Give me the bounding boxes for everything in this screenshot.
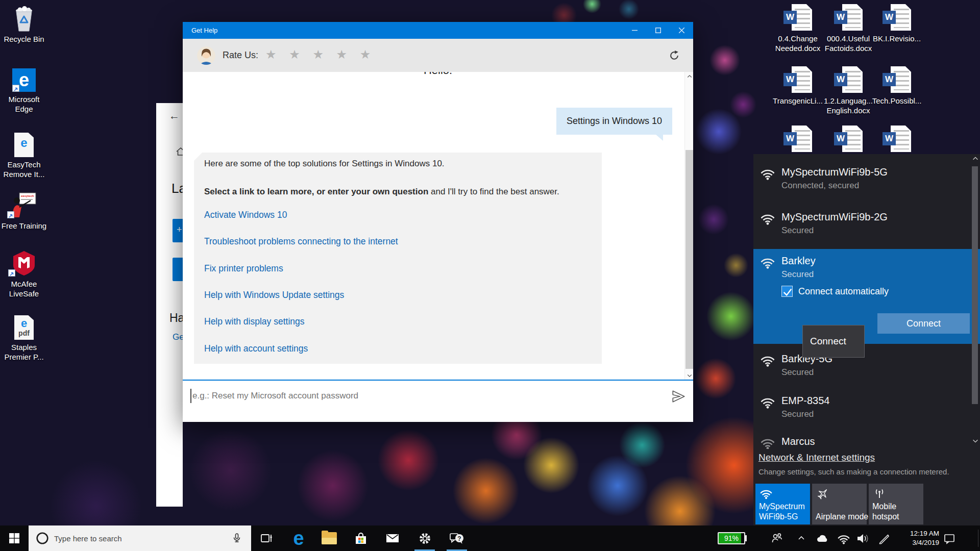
onedrive-cloud-icon[interactable] bbox=[816, 533, 829, 543]
star-rating[interactable]: ★ ★ ★ ★ ★ bbox=[265, 47, 375, 62]
link-troubleshoot-internet[interactable]: Troubleshoot problems connecting to the … bbox=[204, 236, 398, 247]
desktop-doc-hidden-2[interactable]: W bbox=[823, 126, 873, 152]
desktop-icon-staples-premier[interactable]: e pdf StaplesPremier P... bbox=[0, 311, 48, 362]
search-placeholder: Type here to search bbox=[54, 534, 122, 543]
edge-taskbar-button[interactable]: e bbox=[287, 525, 310, 551]
connect-button[interactable]: Connect bbox=[877, 313, 970, 334]
network-item-emp-8354[interactable]: EMP-8354 Secured bbox=[753, 395, 980, 436]
network-item-barkley-selected[interactable]: Barkley Secured Connect automatically Co… bbox=[753, 249, 980, 344]
chat-scrollbar[interactable] bbox=[684, 72, 693, 380]
settings-button[interactable] bbox=[413, 525, 436, 551]
assistant-greeting: Hello! bbox=[183, 72, 693, 77]
network-internet-settings-link[interactable]: Network & Internet settings bbox=[758, 452, 875, 463]
taskbar: Type here to search e bbox=[0, 525, 980, 551]
pdf-document-icon: e pdf bbox=[0, 311, 48, 340]
link-activate-windows[interactable]: Activate Windows 10 bbox=[204, 210, 287, 220]
mail-button[interactable] bbox=[381, 525, 404, 551]
home-icon[interactable] bbox=[176, 146, 183, 157]
window-title: Get Help bbox=[191, 27, 217, 34]
scroll-up-icon[interactable] bbox=[685, 72, 693, 81]
cortana-icon bbox=[36, 532, 49, 545]
desktop-icon-microsoft-edge[interactable]: e MicrosoftEdge bbox=[0, 63, 48, 114]
send-icon[interactable] bbox=[671, 389, 686, 404]
volume-icon[interactable] bbox=[856, 533, 870, 544]
settings-blue-button-1[interactable]: + bbox=[173, 219, 183, 242]
start-button[interactable] bbox=[0, 525, 29, 551]
mobile-hotspot-tile[interactable]: Mobile hotspot bbox=[869, 484, 923, 524]
get-help-titlebar[interactable]: Get Help bbox=[183, 22, 693, 39]
refresh-icon[interactable] bbox=[669, 50, 680, 61]
wifi-icon bbox=[760, 257, 775, 269]
wifi-icon bbox=[760, 488, 773, 500]
network-item-marcus[interactable]: Marcus bbox=[753, 436, 980, 449]
link-display-settings[interactable]: Help with display settings bbox=[204, 316, 304, 327]
settings-link-partial[interactable]: Ge bbox=[173, 332, 183, 342]
chat-area: Hello! Settings in Windows 10 Here are s… bbox=[183, 72, 693, 380]
desktop-icon-mcafee-livesafe[interactable]: McAfeeLiveSafe bbox=[0, 248, 48, 298]
get-help-window: Get Help Rate Us: ★ ★ ★ ★ ★ Hello! bbox=[183, 22, 693, 422]
solutions-intro: Here are some of the top solutions for S… bbox=[204, 159, 445, 169]
minimize-button[interactable] bbox=[623, 22, 646, 39]
battery-indicator[interactable]: 91% bbox=[718, 532, 745, 544]
scrollbar-thumb[interactable] bbox=[972, 166, 978, 404]
network-item-myspectrum-5g[interactable]: MySpectrumWiFi9b-5G Connected, secured bbox=[753, 166, 980, 207]
tray-overflow-chevron-icon[interactable] bbox=[796, 534, 806, 542]
file-explorer-button[interactable] bbox=[318, 525, 340, 551]
desktop-doc-transgenic[interactable]: W TransgenicLi... bbox=[773, 66, 823, 106]
back-arrow-icon[interactable]: ← bbox=[169, 110, 180, 122]
settings-question-partial: Ha bbox=[169, 311, 183, 325]
desktop-doc-hidden-3[interactable]: W bbox=[872, 126, 922, 152]
wifi-tray-icon[interactable] bbox=[837, 534, 850, 544]
taskbar-search[interactable]: Type here to search bbox=[29, 525, 251, 551]
desktop-doc-useful-factoids[interactable]: W 000.4.UsefulFactoids.docx bbox=[823, 4, 873, 53]
desktop-icon-free-training[interactable]: easytech Free Training bbox=[0, 190, 48, 231]
scroll-down-icon[interactable] bbox=[972, 437, 979, 444]
desktop-icon-recycle-bin[interactable]: Recycle Bin bbox=[0, 3, 48, 44]
shortcut-arrow-icon bbox=[8, 269, 15, 277]
microphone-icon[interactable] bbox=[231, 532, 243, 544]
people-icon[interactable] bbox=[771, 533, 783, 544]
scroll-down-icon[interactable] bbox=[685, 371, 693, 380]
solutions-prompt: Select a link to learn more, or enter yo… bbox=[204, 187, 559, 197]
word-document-icon: W bbox=[783, 126, 812, 152]
desktop-doc-tech-possible[interactable]: W Tech.Possibl... bbox=[872, 66, 922, 106]
store-button[interactable] bbox=[350, 525, 372, 551]
battery-cap bbox=[745, 535, 747, 541]
settings-heading-partial: La bbox=[172, 181, 183, 196]
show-desktop-divider[interactable] bbox=[978, 530, 978, 547]
help-chat-icon: ? bbox=[450, 532, 464, 545]
action-center-icon[interactable] bbox=[943, 533, 955, 544]
desktop-doc-bk-revision[interactable]: W BK.I.Revisio... bbox=[872, 4, 922, 43]
airplane-icon bbox=[814, 485, 831, 503]
training-icon: easytech bbox=[0, 190, 48, 218]
task-view-button[interactable] bbox=[255, 525, 278, 551]
connect-automatically-checkbox[interactable] bbox=[781, 286, 793, 297]
windows-ink-pen-icon[interactable] bbox=[878, 533, 890, 544]
network-item-barkley-5g[interactable]: Barkley-5G Secured bbox=[753, 353, 980, 394]
wifi-tile[interactable]: MySpectrumWiFi9b-5G bbox=[755, 484, 810, 524]
desktop-icon-easytech-remove[interactable]: e EasyTechRemove It... bbox=[0, 129, 48, 179]
rate-us-label: Rate Us: bbox=[223, 50, 258, 61]
recycle-bin-icon bbox=[0, 3, 48, 32]
desktop-doc-hidden-1[interactable]: W bbox=[773, 126, 823, 152]
link-account-settings[interactable]: Help with account settings bbox=[204, 343, 308, 354]
link-fix-printer[interactable]: Fix printer problems bbox=[204, 263, 283, 274]
flyout-scrollbar[interactable] bbox=[971, 155, 979, 446]
maximize-button[interactable] bbox=[646, 22, 670, 39]
desktop-doc-language-english[interactable]: W 1.2.Languag...English.docx bbox=[823, 66, 873, 115]
airplane-mode-tile[interactable]: Airplane mode bbox=[812, 484, 867, 524]
taskbar-clock[interactable]: 12:19 AM 3/4/2019 bbox=[896, 529, 939, 547]
word-document-icon: W bbox=[834, 66, 863, 93]
scroll-up-icon[interactable] bbox=[972, 155, 979, 162]
network-item-myspectrum-2g[interactable]: MySpectrumWiFi9b-2G Secured bbox=[753, 211, 980, 252]
settings-blue-button-2[interactable] bbox=[173, 258, 183, 281]
wifi-icon bbox=[760, 213, 775, 225]
get-help-taskbar-button[interactable]: ? bbox=[446, 525, 468, 551]
user-message-bubble: Settings in Windows 10 bbox=[556, 108, 672, 135]
close-button[interactable] bbox=[670, 22, 693, 39]
scrollbar-thumb[interactable] bbox=[685, 150, 693, 369]
wifi-icon bbox=[760, 396, 775, 409]
question-input[interactable] bbox=[191, 386, 651, 406]
desktop-doc-change-needed[interactable]: W 0.4.ChangeNeeded.docx bbox=[773, 4, 823, 53]
link-windows-update[interactable]: Help with Windows Update settings bbox=[204, 290, 344, 300]
